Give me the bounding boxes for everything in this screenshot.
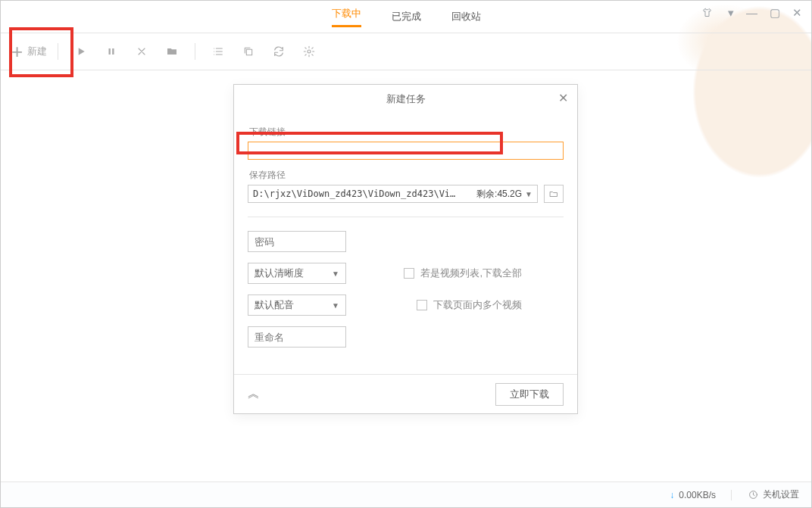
speed-value: 0.00KB/s: [679, 490, 716, 500]
maximize-button[interactable]: ▢: [770, 7, 780, 18]
plus-icon: +: [11, 45, 23, 58]
top-tabs: 下载中 已完成 回收站: [1, 1, 811, 33]
tab-downloading[interactable]: 下载中: [332, 7, 361, 27]
separator: [195, 43, 195, 60]
copy-button[interactable]: [236, 39, 261, 64]
separator: [248, 217, 564, 217]
dialog-close-button[interactable]: ✕: [558, 91, 568, 105]
download-speed: ↓ 0.00KB/s: [670, 490, 732, 500]
close-button[interactable]: ✕: [792, 7, 802, 18]
browse-folder-button[interactable]: [544, 185, 564, 203]
refresh-button[interactable]: [267, 39, 291, 64]
new-task-label: 新建: [27, 45, 47, 58]
new-task-button[interactable]: + 新建: [11, 45, 47, 58]
multi-video-checkbox[interactable]: [417, 300, 427, 310]
multi-video-label: 下载页面内多个视频: [433, 298, 522, 312]
list-button[interactable]: [206, 39, 230, 64]
separator: [58, 43, 58, 60]
pause-button[interactable]: [99, 39, 123, 64]
audio-value: 默认配音: [255, 298, 294, 312]
dialog-title: 新建任务: [386, 92, 426, 106]
quality-value: 默认清晰度: [255, 266, 304, 280]
password-input[interactable]: [248, 231, 346, 252]
chevron-down-icon: ▼: [332, 301, 339, 310]
window-controls: ▾ — ▢ ✕: [728, 7, 802, 18]
dropdown-icon[interactable]: ▾: [728, 7, 734, 18]
tab-completed[interactable]: 已完成: [392, 10, 421, 23]
status-bar: ↓ 0.00KB/s 关机设置: [1, 482, 811, 507]
dialog-title-bar: 新建任务 ✕: [234, 85, 577, 114]
playlist-checkbox[interactable]: [404, 268, 414, 279]
save-path-value: D:\rjxz\ViDown_zd423\ViDown_zd423\ViDown…: [253, 189, 458, 199]
delete-button[interactable]: [130, 39, 154, 64]
shutdown-settings-button[interactable]: 关机设置: [748, 488, 799, 501]
new-task-dialog: 新建任务 ✕ 下载链接 保存路径 D:\rjxz\ViDown_zd423\Vi…: [233, 84, 578, 414]
minimize-button[interactable]: —: [746, 7, 757, 18]
download-link-label: 下载链接: [249, 126, 564, 139]
quality-select[interactable]: 默认清晰度 ▼: [248, 263, 346, 284]
audio-select[interactable]: 默认配音 ▼: [248, 295, 346, 316]
chevron-down-icon: ▼: [525, 190, 532, 198]
dialog-footer: ︽ 立即下载: [234, 374, 577, 413]
tab-recycle[interactable]: 回收站: [451, 10, 481, 23]
chevron-down-icon: ▼: [332, 270, 339, 278]
settings-button[interactable]: [297, 39, 321, 64]
clock-icon: [748, 490, 758, 500]
shutdown-label: 关机设置: [763, 488, 799, 501]
toolbar: + 新建: [1, 33, 811, 70]
playlist-label: 若是视频列表,下载全部: [420, 266, 522, 280]
remaining-space: 剩余:45.2G: [476, 188, 522, 201]
svg-point-1: [308, 50, 311, 53]
download-now-button[interactable]: 立即下载: [495, 383, 564, 406]
rename-input[interactable]: [248, 326, 346, 347]
skin-icon[interactable]: [701, 7, 713, 18]
open-folder-button[interactable]: [160, 39, 184, 64]
save-path-input[interactable]: D:\rjxz\ViDown_zd423\ViDown_zd423\ViDown…: [248, 185, 538, 203]
collapse-advanced-button[interactable]: ︽: [248, 386, 257, 402]
play-button[interactable]: [69, 39, 93, 64]
save-path-label: 保存路径: [249, 169, 564, 182]
download-arrow-icon: ↓: [670, 490, 674, 500]
download-link-input[interactable]: [248, 142, 564, 160]
svg-rect-0: [247, 49, 252, 55]
